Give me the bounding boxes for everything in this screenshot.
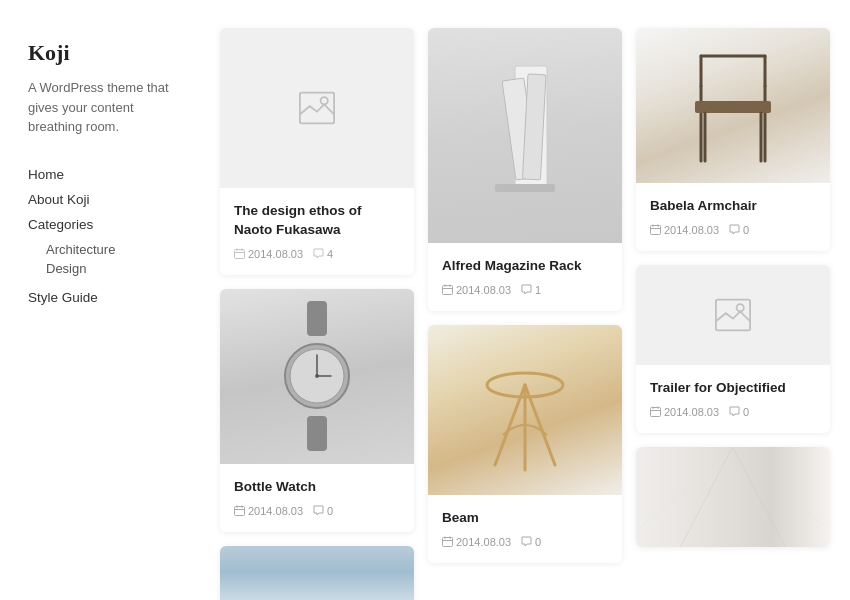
card-armchair-date: 2014.08.03 [650,224,719,237]
card-armchair[interactable]: Babela Armchair 2014.08.03 0 [636,28,830,251]
card-beam-meta: 2014.08.03 0 [442,536,608,549]
card-armchair-comments: 0 [729,224,749,237]
svg-rect-41 [651,225,661,234]
watch-illustration [277,301,357,451]
card-trailer-meta: 2014.08.03 0 [650,406,816,419]
card-beam-date: 2014.08.03 [442,536,511,549]
card-beam-title: Beam [442,509,608,528]
card-hallway[interactable] [636,447,830,547]
sidebar-item-design[interactable]: Design [46,261,182,276]
card-magazine-body: Alfred Magazine Rack 2014.08.03 [428,243,622,311]
sidebar-sub-nav: Architecture Design [28,242,182,276]
comment-icon-beam [521,536,532,549]
sidebar-item-architecture[interactable]: Architecture [46,242,182,257]
sidebar-item-about[interactable]: About Koji [28,190,182,209]
card-magazine-comments: 1 [521,284,541,297]
card-watch-comments: 0 [313,505,333,518]
main-content: The design ethos of Naoto Fukasawa 2014.… [210,0,850,600]
magazine-rack-illustration [480,56,570,216]
card-naoto-image [220,28,414,188]
card-beam-comments: 0 [521,536,541,549]
calendar-icon-watch [234,505,245,518]
card-naoto-title: The design ethos of Naoto Fukasawa [234,202,400,240]
card-trailer-body: Trailer for Objectified 2014.08.03 [636,365,830,433]
svg-rect-29 [443,537,453,546]
comment-icon-watch [313,505,324,518]
sidebar-item-styleguide[interactable]: Style Guide [28,288,182,307]
card-naoto[interactable]: The design ethos of Naoto Fukasawa 2014.… [220,28,414,275]
grid-col-3: Babela Armchair 2014.08.03 0 [636,28,830,547]
svg-line-51 [681,447,733,547]
calendar-icon-trailer [650,406,661,419]
comment-icon-magazine [521,284,532,297]
calendar-icon [234,248,245,261]
sidebar: Koji A WordPress theme that gives your c… [0,0,210,600]
card-magazine-rack[interactable]: Alfred Magazine Rack 2014.08.03 [428,28,622,311]
svg-rect-38 [695,101,771,113]
card-building-image [220,546,414,600]
comment-icon-trailer [729,406,740,419]
svg-line-54 [733,447,826,527]
card-watch-image [220,289,414,464]
card-naoto-body: The design ethos of Naoto Fukasawa 2014.… [220,188,414,275]
card-trailer-date: 2014.08.03 [650,406,719,419]
comment-icon-armchair [729,224,740,237]
card-watch-date: 2014.08.03 [234,505,303,518]
card-hallway-image [636,447,830,547]
card-magazine-image [428,28,622,243]
comment-icon [313,248,324,261]
beam-illustration [475,345,575,475]
svg-line-53 [641,447,733,527]
card-armchair-meta: 2014.08.03 0 [650,224,816,237]
card-beam-body: Beam 2014.08.03 0 [428,495,622,563]
card-watch-title: Bottle Watch [234,478,400,497]
hallway-illustration [636,447,830,547]
sidebar-item-home[interactable]: Home [28,165,182,184]
svg-line-52 [733,447,786,547]
card-beam-image [428,325,622,495]
calendar-icon-magazine [442,284,453,297]
card-armchair-body: Babela Armchair 2014.08.03 0 [636,183,830,251]
sidebar-categories-label: Categories [28,217,182,232]
card-naoto-date: 2014.08.03 [234,248,303,261]
card-naoto-comments: 4 [313,248,333,261]
card-bottle-watch[interactable]: Bottle Watch 2014.08.03 0 [220,289,414,532]
site-tagline: A WordPress theme that gives your conten… [28,78,182,137]
svg-rect-13 [235,506,245,515]
grid-col-2: Alfred Magazine Rack 2014.08.03 [428,28,622,563]
card-trailer[interactable]: Trailer for Objectified 2014.08.03 [636,265,830,433]
card-magazine-meta: 2014.08.03 1 [442,284,608,297]
card-beam[interactable]: Beam 2014.08.03 0 [428,325,622,563]
sidebar-nav: Home About Koji Categories Architecture … [28,165,182,307]
armchair-illustration [683,46,783,166]
image-placeholder-icon-trailer [715,297,751,333]
calendar-icon-armchair [650,224,661,237]
card-building[interactable] [220,546,414,600]
card-armchair-title: Babela Armchair [650,197,816,216]
svg-rect-2 [235,249,245,258]
site-logo[interactable]: Koji [28,40,182,66]
card-watch-meta: 2014.08.03 0 [234,505,400,518]
card-magazine-title: Alfred Magazine Rack [442,257,608,276]
card-trailer-comments: 0 [729,406,749,419]
calendar-icon-beam [442,536,453,549]
card-watch-body: Bottle Watch 2014.08.03 0 [220,464,414,532]
svg-rect-12 [307,416,327,451]
svg-rect-47 [651,407,661,416]
card-armchair-image [636,28,830,183]
card-grid: The design ethos of Naoto Fukasawa 2014.… [220,28,830,600]
svg-rect-6 [307,301,327,336]
card-magazine-date: 2014.08.03 [442,284,511,297]
image-placeholder-icon [299,90,335,126]
card-trailer-title: Trailer for Objectified [650,379,816,398]
svg-rect-21 [443,285,453,294]
svg-rect-20 [495,184,555,192]
grid-col-1: The design ethos of Naoto Fukasawa 2014.… [220,28,414,600]
card-naoto-meta: 2014.08.03 4 [234,248,400,261]
card-trailer-image [636,265,830,365]
